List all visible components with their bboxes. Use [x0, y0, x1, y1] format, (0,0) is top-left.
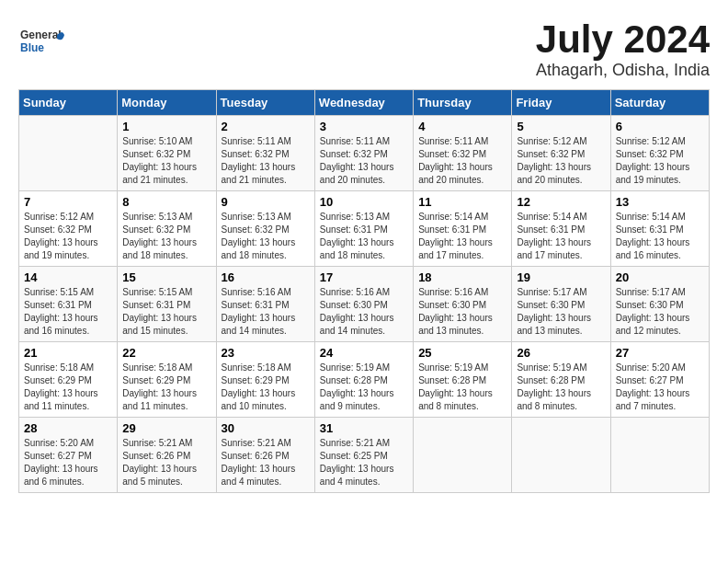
calendar-cell: 6Sunrise: 5:12 AM Sunset: 6:32 PM Daylig…: [610, 116, 709, 191]
day-number: 13: [616, 195, 704, 209]
calendar-week-4: 21Sunrise: 5:18 AM Sunset: 6:29 PM Dayli…: [19, 342, 710, 418]
day-number: 17: [320, 270, 408, 284]
day-number: 7: [24, 195, 112, 209]
calendar-cell: 5Sunrise: 5:12 AM Sunset: 6:32 PM Daylig…: [512, 116, 610, 191]
calendar-cell: 20Sunrise: 5:17 AM Sunset: 6:30 PM Dayli…: [610, 267, 709, 342]
day-info: Sunrise: 5:11 AM Sunset: 6:32 PM Dayligh…: [222, 135, 310, 187]
day-number: 23: [222, 346, 310, 360]
day-number: 27: [616, 346, 704, 360]
day-info: Sunrise: 5:16 AM Sunset: 6:31 PM Dayligh…: [222, 286, 310, 338]
day-number: 1: [122, 120, 210, 133]
calendar-cell: [512, 418, 610, 493]
day-number: 6: [616, 120, 704, 133]
calendar-cell: 17Sunrise: 5:16 AM Sunset: 6:30 PM Dayli…: [314, 267, 413, 342]
day-info: Sunrise: 5:16 AM Sunset: 6:30 PM Dayligh…: [418, 286, 506, 338]
location-title: Athagarh, Odisha, India: [536, 61, 710, 80]
calendar-cell: 30Sunrise: 5:21 AM Sunset: 6:26 PM Dayli…: [216, 418, 314, 493]
day-info: Sunrise: 5:19 AM Sunset: 6:28 PM Dayligh…: [418, 362, 506, 413]
logo-svg: General Blue: [18, 18, 64, 64]
calendar-cell: [19, 116, 118, 191]
day-info: Sunrise: 5:21 AM Sunset: 6:25 PM Dayligh…: [320, 437, 408, 488]
day-number: 16: [222, 270, 310, 284]
calendar-cell: 14Sunrise: 5:15 AM Sunset: 6:31 PM Dayli…: [19, 267, 118, 342]
calendar-cell: 18Sunrise: 5:16 AM Sunset: 6:30 PM Dayli…: [414, 267, 512, 342]
day-header-wednesday: Wednesday: [314, 90, 413, 116]
day-number: 4: [418, 120, 506, 133]
day-number: 26: [517, 346, 605, 360]
day-info: Sunrise: 5:13 AM Sunset: 6:32 PM Dayligh…: [122, 211, 210, 262]
day-number: 31: [320, 421, 408, 435]
day-number: 9: [222, 195, 310, 209]
day-info: Sunrise: 5:20 AM Sunset: 6:27 PM Dayligh…: [616, 362, 704, 413]
day-number: 12: [517, 195, 605, 209]
calendar-cell: 16Sunrise: 5:16 AM Sunset: 6:31 PM Dayli…: [216, 267, 314, 342]
day-number: 15: [122, 270, 210, 284]
calendar-header-row: SundayMondayTuesdayWednesdayThursdayFrid…: [19, 90, 710, 116]
calendar-table: SundayMondayTuesdayWednesdayThursdayFrid…: [18, 89, 710, 493]
day-number: 24: [320, 346, 408, 360]
day-info: Sunrise: 5:17 AM Sunset: 6:30 PM Dayligh…: [616, 286, 704, 338]
day-header-tuesday: Tuesday: [216, 90, 314, 116]
day-info: Sunrise: 5:13 AM Sunset: 6:32 PM Dayligh…: [222, 211, 310, 262]
calendar-cell: 12Sunrise: 5:14 AM Sunset: 6:31 PM Dayli…: [512, 191, 610, 267]
calendar-cell: 15Sunrise: 5:15 AM Sunset: 6:31 PM Dayli…: [118, 267, 216, 342]
day-info: Sunrise: 5:19 AM Sunset: 6:28 PM Dayligh…: [517, 362, 605, 413]
day-info: Sunrise: 5:15 AM Sunset: 6:31 PM Dayligh…: [24, 286, 112, 338]
calendar-cell: 13Sunrise: 5:14 AM Sunset: 6:31 PM Dayli…: [610, 191, 709, 267]
day-number: 10: [320, 195, 408, 209]
calendar-cell: 2Sunrise: 5:11 AM Sunset: 6:32 PM Daylig…: [216, 116, 314, 191]
day-number: 2: [222, 120, 310, 133]
day-info: Sunrise: 5:11 AM Sunset: 6:32 PM Dayligh…: [418, 135, 506, 187]
day-info: Sunrise: 5:21 AM Sunset: 6:26 PM Dayligh…: [222, 437, 310, 488]
day-number: 11: [418, 195, 506, 209]
calendar-cell: 22Sunrise: 5:18 AM Sunset: 6:29 PM Dayli…: [118, 342, 216, 418]
page-header: General Blue July 2024 Athagarh, Odisha,…: [18, 18, 710, 80]
day-number: 21: [24, 346, 112, 360]
calendar-cell: 24Sunrise: 5:19 AM Sunset: 6:28 PM Dayli…: [314, 342, 413, 418]
day-info: Sunrise: 5:18 AM Sunset: 6:29 PM Dayligh…: [122, 362, 210, 413]
day-info: Sunrise: 5:18 AM Sunset: 6:29 PM Dayligh…: [222, 362, 310, 413]
calendar-cell: 26Sunrise: 5:19 AM Sunset: 6:28 PM Dayli…: [512, 342, 610, 418]
calendar-cell: [414, 418, 512, 493]
day-number: 8: [122, 195, 210, 209]
calendar-cell: 11Sunrise: 5:14 AM Sunset: 6:31 PM Dayli…: [414, 191, 512, 267]
day-number: 19: [517, 270, 605, 284]
day-info: Sunrise: 5:12 AM Sunset: 6:32 PM Dayligh…: [24, 211, 112, 262]
day-info: Sunrise: 5:16 AM Sunset: 6:30 PM Dayligh…: [320, 286, 408, 338]
day-info: Sunrise: 5:12 AM Sunset: 6:32 PM Dayligh…: [616, 135, 704, 187]
day-number: 14: [24, 270, 112, 284]
day-info: Sunrise: 5:13 AM Sunset: 6:31 PM Dayligh…: [320, 211, 408, 262]
calendar-cell: 3Sunrise: 5:11 AM Sunset: 6:32 PM Daylig…: [314, 116, 413, 191]
svg-text:Blue: Blue: [20, 41, 44, 54]
calendar-cell: 27Sunrise: 5:20 AM Sunset: 6:27 PM Dayli…: [610, 342, 709, 418]
day-number: 3: [320, 120, 408, 133]
day-number: 30: [222, 421, 310, 435]
day-info: Sunrise: 5:18 AM Sunset: 6:29 PM Dayligh…: [24, 362, 112, 413]
day-info: Sunrise: 5:15 AM Sunset: 6:31 PM Dayligh…: [122, 286, 210, 338]
day-number: 25: [418, 346, 506, 360]
svg-text:General: General: [20, 29, 62, 41]
day-number: 29: [122, 421, 210, 435]
calendar-cell: 23Sunrise: 5:18 AM Sunset: 6:29 PM Dayli…: [216, 342, 314, 418]
logo: General Blue: [18, 18, 64, 64]
calendar-cell: 21Sunrise: 5:18 AM Sunset: 6:29 PM Dayli…: [19, 342, 118, 418]
calendar-cell: 7Sunrise: 5:12 AM Sunset: 6:32 PM Daylig…: [19, 191, 118, 267]
calendar-week-5: 28Sunrise: 5:20 AM Sunset: 6:27 PM Dayli…: [19, 418, 710, 493]
day-info: Sunrise: 5:17 AM Sunset: 6:30 PM Dayligh…: [517, 286, 605, 338]
day-number: 20: [616, 270, 704, 284]
calendar-cell: 9Sunrise: 5:13 AM Sunset: 6:32 PM Daylig…: [216, 191, 314, 267]
day-header-saturday: Saturday: [610, 90, 709, 116]
day-info: Sunrise: 5:12 AM Sunset: 6:32 PM Dayligh…: [517, 135, 605, 187]
calendar-week-3: 14Sunrise: 5:15 AM Sunset: 6:31 PM Dayli…: [19, 267, 710, 342]
day-number: 18: [418, 270, 506, 284]
day-header-sunday: Sunday: [19, 90, 118, 116]
calendar-cell: 10Sunrise: 5:13 AM Sunset: 6:31 PM Dayli…: [314, 191, 413, 267]
day-number: 5: [517, 120, 605, 133]
day-info: Sunrise: 5:14 AM Sunset: 6:31 PM Dayligh…: [616, 211, 704, 262]
day-header-thursday: Thursday: [414, 90, 512, 116]
day-info: Sunrise: 5:10 AM Sunset: 6:32 PM Dayligh…: [122, 135, 210, 187]
day-header-friday: Friday: [512, 90, 610, 116]
title-area: July 2024 Athagarh, Odisha, India: [536, 18, 710, 80]
day-info: Sunrise: 5:20 AM Sunset: 6:27 PM Dayligh…: [24, 437, 112, 488]
day-info: Sunrise: 5:11 AM Sunset: 6:32 PM Dayligh…: [320, 135, 408, 187]
